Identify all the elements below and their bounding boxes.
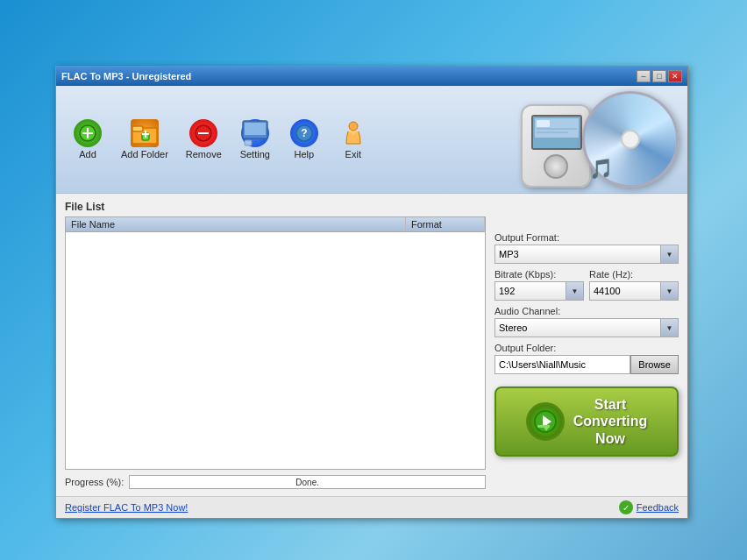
minimize-button[interactable]: –	[637, 70, 651, 82]
remove-icon	[189, 119, 217, 147]
add-button[interactable]: Add	[65, 116, 110, 163]
output-folder-row: Browse	[494, 355, 679, 374]
svg-point-15	[349, 122, 358, 131]
remove-label: Remove	[186, 149, 222, 159]
rate-wrapper: 22050 44100 48000 ▼	[589, 281, 679, 301]
bitrate-col: Bitrate (Kbps): 64 96 128 192 256 320 ▼	[494, 264, 584, 301]
progress-label: Progress (%):	[65, 477, 124, 487]
svg-text:?: ?	[301, 127, 307, 139]
file-list-section: File List File Name Format Progress (%):…	[65, 201, 486, 489]
feedback-link[interactable]: Feedback	[637, 502, 679, 513]
bitrate-wrapper: 64 96 128 192 256 320 ▼	[494, 281, 584, 301]
ipod-decoration	[521, 104, 591, 188]
output-format-select[interactable]: MP3 WAV WMA AAC OGG	[494, 245, 661, 264]
ipod-screen	[531, 115, 582, 150]
svg-rect-7	[142, 133, 149, 135]
title-bar: FLAC To MP3 - Unregistered – □ ✕	[56, 67, 687, 86]
convert-button-text: Start Converting Now	[573, 396, 647, 447]
rate-col: Rate (Hz): 22050 44100 48000 ▼	[589, 264, 679, 301]
audio-channel-select[interactable]: Stereo Mono Joint Stereo	[494, 318, 661, 337]
add-icon	[74, 119, 102, 147]
svg-rect-11	[245, 123, 266, 135]
window-title: FLAC To MP3 - Unregistered	[61, 71, 191, 82]
bitrate-select[interactable]: 64 96 128 192 256 320	[494, 281, 566, 301]
progress-bar: Done.	[129, 475, 486, 489]
right-panel: Output Format: MP3 WAV WMA AAC OGG ▼ Bit…	[494, 227, 679, 489]
audio-channel-arrow[interactable]: ▼	[661, 318, 679, 337]
bitrate-label: Bitrate (Kbps):	[494, 269, 584, 280]
add-folder-icon	[131, 119, 159, 147]
svg-rect-4	[132, 126, 143, 131]
bitrate-arrow[interactable]: ▼	[566, 281, 584, 301]
output-format-label: Output Format:	[494, 232, 679, 243]
svg-rect-12	[245, 140, 252, 145]
footer: Register FLAC To MP3 Now! ✓ Feedback	[56, 496, 687, 518]
help-button[interactable]: ? Help	[281, 116, 327, 163]
rate-label: Rate (Hz):	[589, 269, 679, 280]
file-list-body[interactable]	[66, 232, 485, 469]
rate-arrow[interactable]: ▼	[661, 281, 679, 301]
exit-label: Exit	[345, 149, 361, 159]
col-filename-header: File Name	[66, 217, 406, 231]
register-link[interactable]: Register FLAC To MP3 Now!	[65, 502, 188, 513]
maximize-button[interactable]: □	[652, 70, 666, 82]
add-label: Add	[79, 149, 96, 159]
progress-status: Done.	[130, 476, 485, 490]
main-window: FLAC To MP3 - Unregistered – □ ✕ Add Add…	[55, 66, 688, 519]
audio-channel-wrapper: Stereo Mono Joint Stereo ▼	[494, 318, 679, 337]
feedback-icon: ✓	[619, 500, 633, 514]
col-format-header: Format	[406, 217, 485, 231]
main-content: File List File Name Format Progress (%):…	[56, 194, 687, 496]
svg-rect-9	[198, 132, 209, 134]
output-folder-input[interactable]	[494, 355, 630, 374]
music-note-icon: 🎵	[589, 158, 613, 181]
setting-icon	[241, 119, 269, 147]
close-button[interactable]: ✕	[668, 70, 682, 82]
title-bar-buttons: – □ ✕	[637, 70, 682, 82]
toolbar: Add Add Folder Remove Setting ? Help	[56, 86, 687, 194]
feedback-area: ✓ Feedback	[619, 500, 679, 514]
help-icon: ?	[290, 119, 318, 147]
add-folder-button[interactable]: Add Folder	[114, 116, 175, 163]
progress-row: Progress (%): Done.	[65, 475, 486, 489]
remove-button[interactable]: Remove	[179, 116, 229, 163]
browse-button[interactable]: Browse	[630, 355, 679, 374]
file-list-title: File List	[65, 201, 486, 213]
setting-button[interactable]: Setting	[232, 116, 278, 163]
setting-label: Setting	[240, 149, 270, 159]
ipod-wheel	[544, 154, 568, 179]
file-list-container: File Name Format	[65, 216, 486, 470]
output-format-wrapper: MP3 WAV WMA AAC OGG ▼	[494, 245, 679, 264]
svg-rect-18	[537, 120, 550, 127]
deco-icons: 🎵	[521, 91, 679, 188]
audio-channel-label: Audio Channel:	[494, 306, 679, 316]
add-folder-label: Add Folder	[121, 149, 168, 159]
exit-icon	[339, 119, 367, 147]
convert-icon	[526, 402, 565, 441]
bitrate-rate-row: Bitrate (Kbps): 64 96 128 192 256 320 ▼	[494, 264, 679, 301]
exit-button[interactable]: Exit	[331, 116, 376, 163]
start-converting-button[interactable]: Start Converting Now	[494, 386, 679, 457]
output-folder-label: Output Folder:	[494, 343, 679, 353]
rate-select[interactable]: 22050 44100 48000	[589, 281, 661, 301]
cd-decoration: 🎵	[582, 91, 679, 188]
help-label: Help	[294, 149, 314, 159]
svg-rect-2	[82, 132, 93, 134]
file-list-header: File Name Format	[66, 217, 485, 232]
cd-hole	[621, 130, 640, 149]
output-format-arrow[interactable]: ▼	[661, 245, 679, 264]
